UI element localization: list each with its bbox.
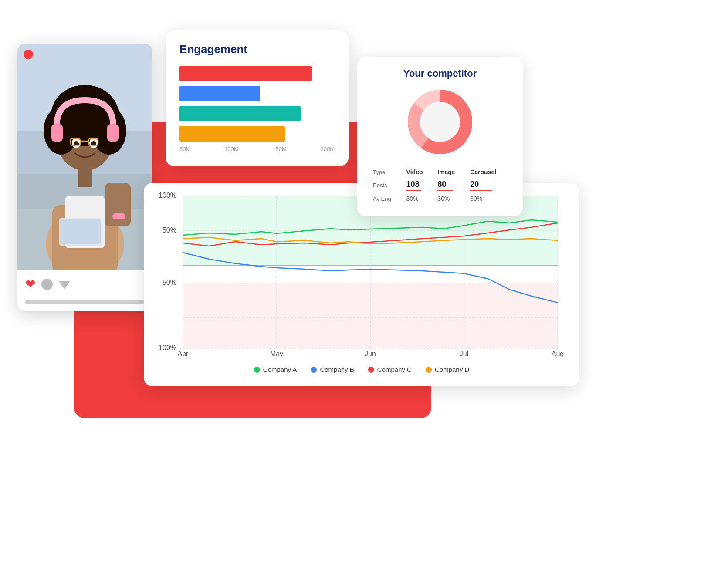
social-card-photo-area — [17, 44, 152, 270]
legend-dot-a — [254, 367, 260, 373]
social-card: ❤ — [17, 44, 152, 311]
legend-dot-c — [368, 367, 374, 373]
donut-chart-container — [369, 87, 511, 157]
svg-rect-21 — [112, 213, 125, 219]
bar-blue — [179, 86, 260, 101]
competitor-title: Your competitor — [369, 68, 511, 79]
svg-text:Aug: Aug — [552, 350, 564, 357]
table-cell-image-posts: 80 — [434, 178, 467, 193]
bar-row-yellow — [179, 126, 335, 142]
bar-axis: 50M 100M 150M 200M — [179, 142, 335, 152]
heart-icon[interactable]: ❤ — [25, 277, 35, 291]
table-row-posts-label: Posts — [369, 178, 403, 193]
live-dot — [24, 50, 33, 59]
bar-row-red — [179, 66, 335, 81]
svg-point-27 — [421, 103, 459, 141]
svg-rect-6 — [105, 183, 131, 226]
axis-label-150m: 150M — [272, 146, 287, 152]
svg-text:100%: 100% — [159, 344, 176, 351]
legend-label-d: Company D — [435, 366, 469, 373]
svg-text:Apr: Apr — [178, 350, 189, 357]
axis-label-50m: 50M — [179, 146, 190, 152]
svg-text:May: May — [270, 350, 283, 357]
engagement-title: Engagement — [179, 43, 335, 56]
scene: ❤ Engagement 50M 100M 150M 200M — [0, 0, 728, 567]
line-chart-svg: 100% 50% 50% 100% Apr May Jun Jul Aug — [157, 192, 566, 357]
svg-rect-19 — [51, 124, 63, 142]
legend-item-b: Company B — [311, 366, 354, 373]
table-col-video: Video — [403, 166, 434, 178]
legend-label-a: Company A — [263, 366, 297, 373]
bar-teal — [179, 106, 301, 122]
bar-row-teal — [179, 106, 335, 122]
svg-text:50%: 50% — [163, 226, 176, 234]
person-illustration — [17, 44, 152, 270]
axis-label-200m: 200M — [320, 146, 335, 152]
comment-icon[interactable] — [41, 279, 53, 290]
bar-yellow — [179, 126, 285, 142]
legend-dot-d — [426, 367, 432, 373]
competitor-card: Your competitor Type Video Image Carouse… — [357, 57, 523, 216]
bar-row-blue — [179, 86, 335, 101]
bar-red — [179, 66, 312, 81]
legend-item-a: Company A — [254, 366, 297, 373]
svg-text:Jul: Jul — [460, 350, 468, 357]
legend-item-d: Company D — [426, 366, 469, 373]
table-cell-carousel-posts: 20 — [467, 178, 511, 193]
table-cell-carousel-aveng: 30% — [467, 193, 511, 204]
legend-dot-b — [311, 367, 317, 373]
legend-label-c: Company C — [377, 366, 412, 373]
svg-rect-20 — [107, 124, 119, 142]
engagement-card: Engagement 50M 100M 150M 200M — [166, 30, 349, 166]
social-card-actions: ❤ — [17, 270, 152, 295]
svg-text:100%: 100% — [159, 192, 176, 199]
legend-item-c: Company C — [368, 366, 412, 373]
table-cell-video-aveng: 30% — [403, 193, 434, 204]
svg-text:50%: 50% — [163, 279, 176, 286]
table-col-carousel: Carousel — [467, 166, 511, 178]
table-col-image: Image — [434, 166, 467, 178]
bar-chart — [179, 66, 335, 142]
table-header-type: Type — [369, 166, 403, 178]
svg-text:Jun: Jun — [365, 350, 376, 357]
competitor-table: Type Video Image Carousel Posts 108 80 2… — [369, 166, 511, 204]
axis-label-100m: 100M — [224, 146, 239, 152]
table-cell-video-posts: 108 — [403, 178, 434, 193]
donut-chart — [405, 87, 475, 157]
chart-legend: Company A Company B Company C Company D — [157, 366, 566, 373]
share-icon[interactable] — [59, 281, 70, 289]
table-cell-image-aveng: 30% — [434, 193, 467, 204]
legend-label-b: Company B — [320, 366, 354, 373]
progress-bar — [25, 300, 145, 304]
svg-rect-23 — [61, 219, 101, 244]
table-row-aveng-label: Av Eng — [369, 193, 403, 204]
